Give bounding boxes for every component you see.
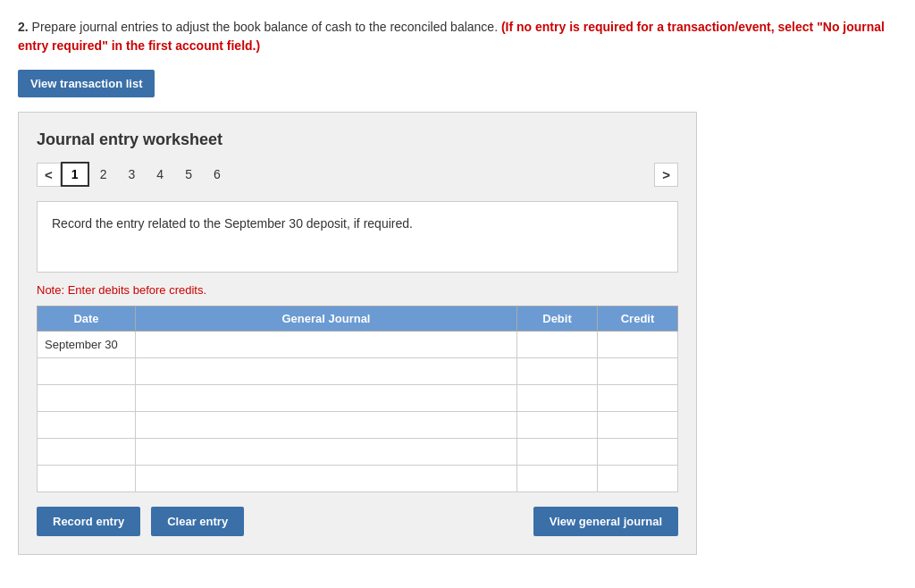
- row-3-credit[interactable]: [598, 385, 678, 412]
- view-transaction-button[interactable]: View transaction list: [18, 70, 155, 97]
- row-2-journal[interactable]: [136, 358, 517, 385]
- worksheet-container: Journal entry worksheet < 1 2 3 4 5 6 > …: [18, 112, 697, 555]
- header-credit: Credit: [598, 307, 678, 332]
- question-number: 2.: [18, 20, 29, 34]
- table-row: [38, 439, 678, 466]
- row-6-journal-input[interactable]: [136, 466, 516, 491]
- row-3-credit-input[interactable]: [598, 385, 677, 411]
- worksheet-title: Journal entry worksheet: [37, 130, 678, 149]
- row-1-credit-input[interactable]: [598, 332, 677, 357]
- row-2-journal-input[interactable]: [136, 358, 516, 384]
- page-5-button[interactable]: 5: [174, 164, 203, 185]
- row-6-credit-input[interactable]: [598, 466, 677, 491]
- row-2-debit[interactable]: [517, 358, 598, 385]
- page-6-button[interactable]: 6: [203, 164, 231, 185]
- header-date: Date: [38, 307, 136, 332]
- pagination: < 1 2 3 4 5 6 >: [37, 162, 678, 187]
- row-2-debit-input[interactable]: [517, 358, 597, 384]
- row-5-debit-input[interactable]: [517, 439, 597, 465]
- table-row: [38, 358, 678, 385]
- table-row: September 30: [38, 332, 678, 358]
- row-1-debit-input[interactable]: [517, 332, 597, 357]
- question-text: 2. Prepare journal entries to adjust the…: [18, 18, 897, 55]
- page-2-button[interactable]: 2: [89, 164, 118, 185]
- row-2-credit[interactable]: [598, 358, 678, 385]
- description-box: Record the entry related to the Septembe…: [37, 201, 678, 273]
- row-6-credit[interactable]: [598, 466, 678, 492]
- table-row: [38, 385, 678, 412]
- table-row: [38, 466, 678, 492]
- page-1-button[interactable]: 1: [61, 162, 89, 187]
- row-4-journal[interactable]: [136, 412, 517, 439]
- row-4-debit-input[interactable]: [517, 412, 597, 438]
- row-5-credit-input[interactable]: [598, 439, 677, 465]
- row-1-credit[interactable]: [598, 332, 678, 358]
- row-3-journal-input[interactable]: [136, 385, 516, 411]
- row-5-credit[interactable]: [598, 439, 678, 466]
- row-5-date: [38, 439, 136, 466]
- record-entry-button[interactable]: Record entry: [37, 507, 140, 536]
- row-2-credit-input[interactable]: [598, 358, 677, 384]
- row-1-date: September 30: [38, 332, 136, 358]
- header-general-journal: General Journal: [136, 307, 517, 332]
- next-page-button[interactable]: >: [654, 163, 678, 187]
- row-4-journal-input[interactable]: [136, 412, 516, 438]
- prev-page-button[interactable]: <: [37, 163, 61, 187]
- page-3-button[interactable]: 3: [118, 164, 147, 185]
- row-6-journal[interactable]: [136, 466, 517, 492]
- row-3-debit[interactable]: [517, 385, 598, 412]
- row-1-debit[interactable]: [517, 332, 598, 358]
- row-3-debit-input[interactable]: [517, 385, 597, 411]
- row-4-date: [38, 412, 136, 439]
- table-row: [38, 412, 678, 439]
- journal-table: Date General Journal Debit Credit Septem…: [37, 306, 678, 492]
- row-3-journal[interactable]: [136, 385, 517, 412]
- note-text: Note: Enter debits before credits.: [37, 283, 678, 297]
- row-6-debit[interactable]: [517, 466, 598, 492]
- row-3-date: [38, 385, 136, 412]
- page-4-button[interactable]: 4: [146, 164, 174, 185]
- clear-entry-button[interactable]: Clear entry: [151, 507, 244, 536]
- row-4-debit[interactable]: [517, 412, 598, 439]
- row-4-credit-input[interactable]: [598, 412, 677, 438]
- row-5-debit[interactable]: [517, 439, 598, 466]
- question-main-text: Prepare journal entries to adjust the bo…: [32, 20, 498, 34]
- row-6-date: [38, 466, 136, 492]
- description-text: Record the entry related to the Septembe…: [52, 216, 413, 231]
- row-6-debit-input[interactable]: [517, 466, 597, 491]
- row-1-journal-input[interactable]: [136, 332, 516, 357]
- row-1-journal[interactable]: [136, 332, 517, 358]
- header-debit: Debit: [517, 307, 598, 332]
- row-2-date: [38, 358, 136, 385]
- action-buttons-row: Record entry Clear entry View general jo…: [37, 507, 678, 536]
- view-general-journal-button[interactable]: View general journal: [533, 507, 678, 536]
- row-5-journal-input[interactable]: [136, 439, 516, 465]
- row-5-journal[interactable]: [136, 439, 517, 466]
- row-4-credit[interactable]: [598, 412, 678, 439]
